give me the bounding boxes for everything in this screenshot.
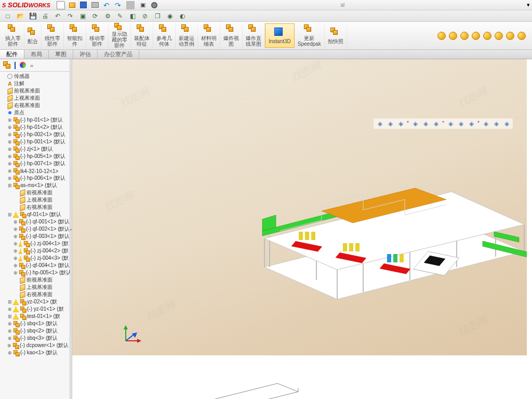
- show-hidden-button[interactable]: 显示隐 藏的零 部件: [109, 23, 131, 48]
- tree-item[interactable]: ⊕(-) zj-004<3> (默: [0, 255, 70, 262]
- tree-item[interactable]: ⊕(-) hp-005<1> (默认: [0, 269, 70, 276]
- mate-icon[interactable]: ⊘: [140, 11, 150, 21]
- smart-fasteners-button[interactable]: 智能扣 件: [64, 23, 86, 48]
- rebuild-icon[interactable]: [150, 1, 158, 9]
- tree-item[interactable]: 上视基准面: [0, 95, 70, 102]
- tree-item[interactable]: 前视基准面: [0, 276, 70, 284]
- display-style-icon[interactable]: [472, 32, 480, 40]
- assembly-icon[interactable]: [3, 61, 10, 69]
- new-icon[interactable]: □: [3, 11, 12, 21]
- zoom-area-icon[interactable]: ◈: [386, 119, 394, 128]
- tree-item[interactable]: ⊞test-01<1> (默: [0, 313, 70, 320]
- tree-item[interactable]: 右视基准面: [0, 204, 70, 211]
- viewport[interactable]: 找图网 找图网 找图网 找图网 找图网 找图网 找图网: [72, 59, 527, 355]
- open-icon[interactable]: [68, 1, 76, 9]
- feature-tree[interactable]: 传感器A注解前视基准面上视基准面右视基准面原点⊕(-) hp-01<1> (默认…: [0, 72, 70, 399]
- config-icon[interactable]: [15, 62, 16, 69]
- lights-icon[interactable]: [495, 32, 503, 40]
- tree-item[interactable]: ⊞yz-02<1> (默: [0, 298, 70, 305]
- instant3d-button[interactable]: Instant3D: [265, 23, 295, 48]
- tree-item[interactable]: ⊞qf-01<1> (默认: [0, 211, 70, 218]
- scene-icon[interactable]: ◈: [457, 119, 465, 128]
- tree-item[interactable]: ⊕(-) dcpower<1> (默认: [0, 342, 70, 349]
- display-mgr-icon[interactable]: [20, 62, 26, 69]
- redo-icon[interactable]: ↷: [65, 11, 75, 21]
- tree-item[interactable]: ⊕(-) zj-004<1> (默: [0, 240, 70, 247]
- tree-item[interactable]: ⊕(-) hp-007<1> (默认: [0, 160, 70, 167]
- tree-item[interactable]: ⊕(-) hp-006<1> (默认: [0, 175, 70, 182]
- tree-item[interactable]: ⊞as-ms<1> (默认: [0, 182, 70, 189]
- explode-sketch-button[interactable]: 爆作直 线草图: [243, 23, 265, 48]
- tree-item[interactable]: ⊕(-) zj-004<2> (默: [0, 247, 70, 255]
- title-dropdown-icon[interactable]: ▾: [527, 2, 530, 8]
- tree-item[interactable]: 右视基准面: [0, 291, 70, 298]
- triad-icon[interactable]: [122, 322, 144, 345]
- print-icon[interactable]: [91, 1, 99, 9]
- snapshot-button[interactable]: 拍快照: [325, 23, 347, 48]
- select-icon[interactable]: ▣: [78, 11, 87, 21]
- tree-item[interactable]: 上视基准面: [0, 284, 70, 291]
- tree-item[interactable]: ⊕(-) hp-002<1> (默认: [0, 131, 70, 138]
- tree-item[interactable]: 传感器: [0, 73, 70, 80]
- save-icon[interactable]: 💾: [28, 11, 37, 21]
- tree-item[interactable]: ⊕(-) qf-001<1> (默认: [0, 218, 70, 225]
- tree-item[interactable]: ⊕(-) hp-001<1> (默认: [0, 138, 70, 145]
- model-3d[interactable]: [259, 163, 527, 309]
- options-icon[interactable]: ⚙: [103, 11, 112, 21]
- tree-item[interactable]: 前视基准面: [0, 189, 70, 196]
- graphics-area[interactable]: 找图网 找图网 找图网 找图网 找图网 找图网 找图网: [72, 59, 532, 399]
- hide-show-icon[interactable]: ◈: [446, 119, 455, 128]
- tree-item[interactable]: ⊕(-) hp-01<1> (默认: [0, 116, 70, 124]
- mate-button[interactable]: 配合: [24, 23, 42, 48]
- tree-expand-icon[interactable]: »: [30, 62, 33, 69]
- speedpak-button[interactable]: 更新 Speedpak: [295, 23, 325, 48]
- move-comp-button[interactable]: 移动零 部件: [86, 23, 109, 48]
- tree-item[interactable]: ⊕(-) sbq<3> (默认: [0, 335, 70, 342]
- tree-item[interactable]: ⊕(-) yz-01<1> (默: [0, 305, 70, 313]
- rebuild-icon[interactable]: ⟳: [90, 11, 100, 21]
- undo-icon[interactable]: ↶: [53, 11, 62, 21]
- tree-item[interactable]: ⊕(-) zj<1> (默认: [0, 145, 70, 153]
- scene-icon[interactable]: [449, 32, 457, 40]
- new-icon[interactable]: [57, 1, 65, 9]
- display-icon[interactable]: ◐: [178, 11, 187, 21]
- appearance-icon[interactable]: [437, 32, 446, 40]
- ref-geom-button[interactable]: 参考几 何体: [153, 23, 176, 48]
- feature-icon[interactable]: ◧: [128, 11, 137, 21]
- zoom-fit-icon[interactable]: ◈: [376, 119, 384, 128]
- decal-icon[interactable]: [460, 32, 469, 40]
- asm-feature-button[interactable]: 装配体 特征: [131, 23, 153, 48]
- probe-icon[interactable]: [517, 32, 526, 40]
- tree-item[interactable]: ⊕(-) sbq<2> (默认: [0, 327, 70, 335]
- tree-item[interactable]: ⊕(-) kao<1> (默认: [0, 349, 70, 356]
- perspective-icon[interactable]: ◈: [482, 119, 490, 128]
- view-orient-icon[interactable]: ◈: [421, 119, 430, 128]
- tab-layout[interactable]: 布局: [24, 50, 49, 59]
- tab-evaluate[interactable]: 评估: [73, 50, 98, 59]
- tree-item[interactable]: 上视基准面: [0, 196, 70, 204]
- linear-pattern-button[interactable]: 线性零 部件: [42, 23, 64, 48]
- tree-item[interactable]: 右视基准面: [0, 102, 70, 109]
- print-icon[interactable]: 🖨: [41, 11, 50, 21]
- tree-item[interactable]: ⊕(-) hp-01<2> (默认: [0, 124, 70, 131]
- tree-item[interactable]: 原点: [0, 109, 70, 116]
- tab-sketch[interactable]: 草图: [49, 50, 73, 59]
- prev-view-icon[interactable]: ◈: [396, 119, 405, 128]
- bom-button[interactable]: 材料明 细表: [198, 23, 220, 48]
- settings-icon[interactable]: ◈: [492, 119, 500, 128]
- camera-icon[interactable]: [506, 32, 514, 40]
- tab-assembly[interactable]: 配件: [0, 50, 24, 59]
- select-icon[interactable]: ▣: [139, 1, 147, 9]
- section-icon[interactable]: [483, 32, 491, 40]
- save-icon[interactable]: [79, 1, 88, 9]
- insert-part-button[interactable]: 插入零 部件: [2, 23, 24, 48]
- tree-item[interactable]: A注解: [0, 80, 70, 87]
- full-screen-icon[interactable]: ◈: [502, 119, 511, 128]
- tab-office[interactable]: 办公室产品: [98, 50, 139, 59]
- tree-item[interactable]: ⊕lk4-32-10-12<1>: [0, 167, 70, 175]
- open-icon[interactable]: 📂: [16, 11, 25, 21]
- tree-item[interactable]: ⊕(-) sbq<1> (默认: [0, 320, 70, 327]
- section-icon[interactable]: ◈: [411, 119, 419, 128]
- sketch-icon[interactable]: ✎: [115, 11, 125, 21]
- component-icon[interactable]: ❐: [153, 11, 162, 21]
